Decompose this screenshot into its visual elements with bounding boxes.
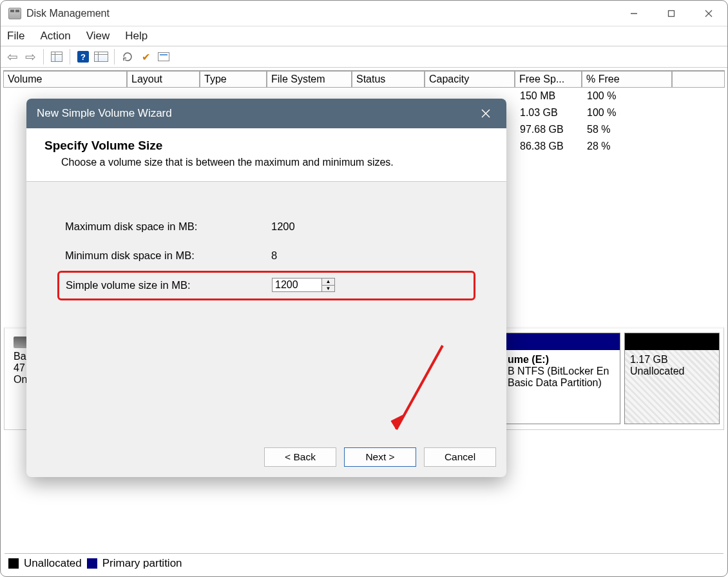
toolbar-separator: [114, 49, 115, 64]
app-icon: [8, 8, 21, 19]
wizard-header: Specify Volume Size Choose a volume size…: [26, 128, 506, 182]
partition-title: ume (E:): [508, 354, 615, 366]
col-type[interactable]: Type: [200, 71, 267, 88]
help-icon[interactable]: ?: [75, 49, 91, 64]
wizard-buttons: < Back Next > Cancel: [264, 447, 496, 467]
min-disk-value: 8: [271, 249, 277, 262]
col-freespace[interactable]: Free Sp...: [515, 71, 582, 88]
wizard-heading: Specify Volume Size: [44, 139, 488, 153]
table-header-row: Volume Layout Type File System Status Ca…: [3, 71, 725, 88]
toolbar-separator: [43, 49, 44, 64]
legend-swatch-primary: [87, 558, 97, 569]
col-layout[interactable]: Layout: [127, 71, 200, 88]
maximize-button[interactable]: [653, 1, 690, 26]
spinner-up-icon[interactable]: ▲: [322, 279, 334, 286]
window-controls: [615, 1, 727, 26]
menu-action[interactable]: Action: [40, 30, 70, 43]
nav-back-icon[interactable]: [5, 49, 20, 64]
partition-size: 1.17 GB: [630, 354, 714, 366]
partition-color-bar: [625, 333, 719, 350]
toolbar-separator: [70, 49, 70, 64]
spinner-down-icon[interactable]: ▼: [322, 286, 334, 292]
partition-unallocated[interactable]: 1.17 GB Unallocated: [624, 333, 720, 424]
cell-pct: 58 %: [583, 121, 614, 138]
title-bar: Disk Management: [1, 1, 727, 26]
cancel-button[interactable]: Cancel: [424, 447, 496, 467]
col-volume[interactable]: Volume: [3, 71, 127, 88]
partition-fs: B NTFS (BitLocker En: [508, 366, 615, 377]
menu-file[interactable]: File: [7, 30, 24, 43]
wizard-title-bar: New Simple Volume Wizard: [26, 99, 506, 128]
partition-status: Unallocated: [630, 366, 714, 377]
max-disk-value: 1200: [271, 220, 295, 233]
window-title: Disk Management: [26, 8, 110, 19]
legend-swatch-unallocated: [8, 558, 19, 569]
toolbar: ? ✔: [1, 46, 727, 68]
wizard-subheading: Choose a volume size that is between the…: [61, 157, 488, 168]
panel-icon[interactable]: [93, 49, 109, 64]
volume-size-spinner[interactable]: ▲ ▼: [272, 278, 335, 292]
size-highlight-annotation: Simple volume size in MB: ▲ ▼: [57, 271, 475, 300]
col-status[interactable]: Status: [352, 71, 425, 88]
wizard-close-button[interactable]: [475, 103, 496, 124]
cell-free: 97.68 GB: [516, 121, 583, 138]
next-button[interactable]: Next >: [344, 447, 416, 467]
wizard-title: New Simple Volume Wizard: [37, 107, 172, 120]
col-pctfree[interactable]: % Free: [582, 71, 672, 88]
properties-icon[interactable]: [156, 49, 171, 64]
min-disk-label: Minimum disk space in MB:: [65, 249, 271, 262]
cell-pct: 28 %: [583, 138, 614, 155]
menu-bar: File Action View Help: [1, 26, 727, 46]
volume-size-input[interactable]: [272, 278, 322, 292]
cell-free: 150 MB: [516, 88, 583, 104]
menu-help[interactable]: Help: [125, 30, 148, 43]
legend-unallocated: Unallocated: [24, 557, 82, 570]
close-button[interactable]: [690, 1, 727, 26]
cell-pct: 100 %: [583, 104, 620, 121]
col-spacer: [672, 71, 725, 88]
cell-pct: 100 %: [583, 88, 620, 104]
back-button[interactable]: < Back: [264, 447, 336, 467]
nav-forward-icon[interactable]: [23, 49, 38, 64]
legend: Unallocated Primary partition: [5, 553, 723, 572]
partition-e[interactable]: ume (E:) B NTFS (BitLocker En Basic Data…: [502, 333, 620, 424]
minimize-button[interactable]: [615, 1, 653, 26]
refresh-icon[interactable]: [120, 49, 135, 64]
legend-primary: Primary partition: [102, 557, 182, 570]
menu-view[interactable]: View: [86, 30, 110, 43]
partition-color-bar: [503, 333, 620, 350]
checkmark-icon[interactable]: ✔: [138, 49, 153, 64]
svg-rect-1: [669, 10, 675, 16]
wizard-body: Maximum disk space in MB: 1200 Minimum d…: [26, 182, 506, 300]
view-grid-icon[interactable]: [49, 49, 64, 64]
max-disk-label: Maximum disk space in MB:: [65, 220, 271, 233]
cell-free: 1.03 GB: [516, 104, 583, 121]
volume-size-label: Simple volume size in MB:: [66, 279, 272, 291]
new-simple-volume-wizard: New Simple Volume Wizard Specify Volume …: [26, 99, 506, 477]
partition-desc: Basic Data Partition): [508, 377, 615, 389]
col-capacity[interactable]: Capacity: [425, 71, 515, 88]
col-filesystem[interactable]: File System: [267, 71, 352, 88]
cell-free: 86.38 GB: [516, 138, 583, 155]
